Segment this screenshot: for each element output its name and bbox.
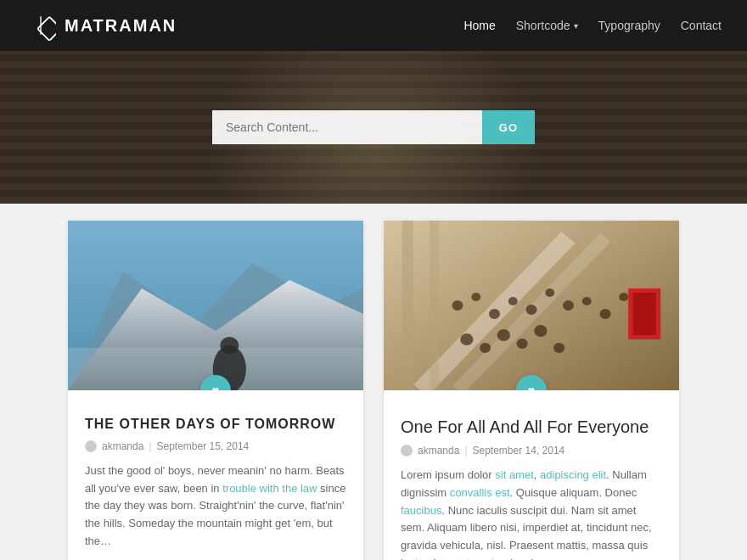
- svg-point-7: [220, 337, 239, 354]
- author-icon-1: [85, 440, 97, 452]
- svg-point-27: [534, 325, 547, 337]
- nav-home[interactable]: Home: [463, 19, 495, 32]
- svg-point-16: [508, 297, 518, 305]
- excerpt-link-1[interactable]: trouble with the law: [222, 482, 317, 495]
- post-title-2: One For All And All For Everyone: [401, 416, 662, 438]
- nav-shortcode[interactable]: Shortcode ▾: [516, 19, 578, 32]
- post-meta-1: akmanda | September 15, 2014: [85, 440, 346, 452]
- excerpt-link-2b[interactable]: adipiscing elit: [540, 468, 606, 481]
- post-excerpt-2: Lorem ipsum dolor sit amet, adipiscing e…: [401, 467, 662, 560]
- post-author-1: akmanda: [102, 440, 143, 452]
- excerpt-link-2e[interactable]: fermentum: [433, 557, 486, 560]
- svg-point-25: [497, 329, 510, 341]
- svg-point-17: [525, 305, 536, 315]
- search-bar: GO: [212, 110, 535, 144]
- svg-point-24: [480, 343, 491, 353]
- svg-point-18: [545, 288, 554, 297]
- post-date-1: September 15, 2014: [157, 440, 250, 452]
- svg-rect-30: [633, 293, 656, 335]
- author-icon-2: [401, 445, 413, 456]
- post-image-crowd: ♥: [384, 221, 679, 390]
- post-excerpt-1: Just the good ol' boys, never meanin' no…: [85, 462, 346, 551]
- nav-links: Home Shortcode ▾ Typography Contact: [463, 18, 722, 33]
- post-author-2: akmanda: [418, 445, 459, 456]
- post-date-2: September 14, 2014: [473, 445, 565, 456]
- svg-rect-12: [430, 221, 439, 390]
- svg-point-13: [452, 300, 463, 311]
- svg-point-26: [517, 339, 528, 349]
- nav-contact[interactable]: Contact: [681, 19, 722, 32]
- svg-point-15: [489, 309, 500, 319]
- search-input[interactable]: [212, 110, 482, 144]
- post-body-1: THE OTHER DAYS OF TOMORROW akmanda | Sep…: [68, 390, 363, 560]
- svg-point-28: [553, 343, 564, 353]
- logo-icon: [25, 10, 56, 41]
- svg-point-19: [563, 300, 574, 311]
- excerpt-link-2d[interactable]: faucibus: [401, 504, 441, 517]
- post-body-2: One For All And All For Everyone akmanda…: [384, 390, 679, 560]
- posts-grid: ♥ THE OTHER DAYS OF TOMORROW akmanda | S…: [68, 221, 679, 560]
- svg-point-20: [582, 297, 592, 305]
- hero-section: GO: [0, 51, 747, 204]
- svg-rect-11: [402, 221, 413, 390]
- excerpt-link-2a[interactable]: sit amet: [495, 468, 534, 481]
- brand-name: MATRAMAN: [65, 16, 177, 36]
- excerpt-link-2c[interactable]: convallis est: [450, 486, 510, 499]
- svg-point-14: [471, 293, 480, 301]
- post-card-1: ♥ THE OTHER DAYS OF TOMORROW akmanda | S…: [68, 221, 363, 560]
- logo[interactable]: MATRAMAN: [25, 10, 177, 41]
- svg-point-22: [619, 293, 628, 301]
- chevron-down-icon: ▾: [574, 21, 578, 31]
- post-title-1: THE OTHER DAYS OF TOMORROW: [85, 416, 346, 434]
- post-card-2: ♥ One For All And All For Everyone akman…: [384, 221, 679, 560]
- post-image-mountains: ♥: [68, 221, 363, 390]
- nav-typography[interactable]: Typography: [598, 19, 660, 32]
- search-button[interactable]: GO: [482, 110, 535, 144]
- post-meta-2: akmanda | September 14, 2014: [401, 445, 662, 456]
- navbar: MATRAMAN Home Shortcode ▾ Typography Con…: [0, 0, 747, 51]
- svg-point-23: [460, 333, 473, 345]
- main-content: ♥ THE OTHER DAYS OF TOMORROW akmanda | S…: [0, 204, 747, 560]
- svg-point-21: [599, 309, 610, 319]
